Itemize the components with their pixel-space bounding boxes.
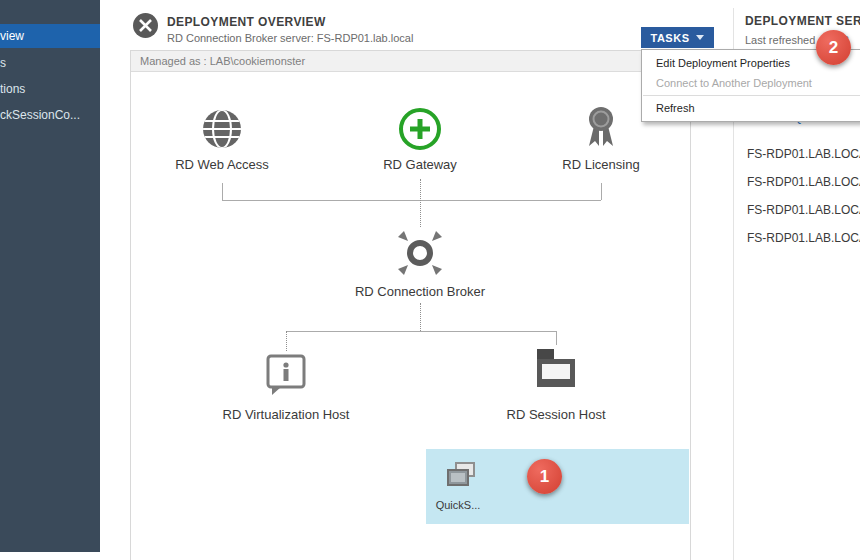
rd-virtualization-host-label[interactable]: RD Virtualization Host [223, 407, 350, 422]
rd-connection-broker-node[interactable] [394, 227, 446, 283]
rd-web-access-node[interactable] [199, 106, 245, 156]
sidebar-item-servers-label: s [0, 56, 6, 70]
session-host-icon [531, 385, 581, 402]
sidebar-item-quicksessioncollection-label: ckSessionCo... [0, 108, 80, 122]
connector-line-dotted [420, 179, 421, 227]
globe-icon [199, 138, 245, 155]
connector-line [222, 183, 223, 200]
gateway-plus-icon [396, 139, 444, 156]
menu-separator [643, 95, 860, 96]
annotation-step-1-badge: 1 [527, 459, 562, 494]
certificate-ribbon-icon [579, 136, 623, 153]
rd-gateway-label[interactable]: RD Gateway [383, 157, 457, 172]
server-row[interactable]: FS-RDP01.LAB.LOCAL [747, 203, 860, 217]
connector-line-dotted [286, 331, 287, 351]
quick-session-collection-label: QuickS... [427, 499, 489, 511]
sidebar-item-collections[interactable]: tions [0, 78, 100, 101]
connector-line [556, 331, 557, 345]
rd-web-access-label[interactable]: RD Web Access [175, 157, 269, 172]
rd-session-host-node[interactable] [531, 345, 581, 403]
server-row[interactable]: FS-RDP01.LAB.LOCAL [747, 147, 860, 161]
rd-connection-broker-label[interactable]: RD Connection Broker [355, 284, 485, 299]
rds-sidebar: view s tions ckSessionCo... [0, 0, 100, 552]
sidebar-item-overview-label: view [0, 29, 24, 43]
deployment-overview-icon [132, 12, 159, 39]
server-row[interactable]: FS-RDP01.LAB.LOCAL [747, 231, 860, 245]
sidebar-item-quicksessioncollection[interactable]: ckSessionCo... [0, 104, 100, 127]
overview-tile-subtitle: RD Connection Broker server: FS-RDP01.la… [167, 32, 413, 44]
tasks-button-label: TASKS [651, 32, 690, 44]
servers-panel-title: DEPLOYMENT SERVERS [745, 14, 860, 28]
tasks-button[interactable]: TASKS [641, 27, 714, 48]
rd-gateway-node[interactable] [396, 105, 444, 157]
server-row[interactable]: FS-RDP01.LAB.LOCAL [747, 175, 860, 189]
sidebar-item-servers[interactable]: s [0, 52, 100, 75]
rd-session-host-label[interactable]: RD Session Host [507, 407, 606, 422]
rd-licensing-node[interactable] [579, 104, 623, 154]
overview-tile-title: DEPLOYMENT OVERVIEW [167, 15, 326, 29]
menu-item-refresh[interactable]: Refresh [642, 98, 860, 118]
managed-as-bar: Managed as : LAB\cookiemonster [131, 51, 688, 72]
connector-line [222, 200, 601, 201]
info-bubble-icon [263, 383, 309, 400]
menu-item-connect-to-another-deployment: Connect to Another Deployment [642, 73, 860, 93]
rd-licensing-label[interactable]: RD Licensing [562, 157, 639, 172]
monitors-icon [444, 461, 480, 497]
annotation-step-2-badge: 2 [816, 30, 851, 65]
rd-virtualization-host-node[interactable] [263, 351, 309, 401]
connection-broker-icon [394, 265, 446, 282]
connector-line-dotted [420, 303, 421, 331]
connector-line [286, 331, 556, 332]
sidebar-item-collections-label: tions [0, 82, 25, 96]
server-manager-rds-screen: view s tions ckSessionCo... DEPLOYMENT O… [0, 0, 860, 560]
connector-line [601, 183, 602, 200]
chevron-down-icon [696, 35, 704, 40]
sidebar-item-overview[interactable]: view [0, 24, 100, 48]
